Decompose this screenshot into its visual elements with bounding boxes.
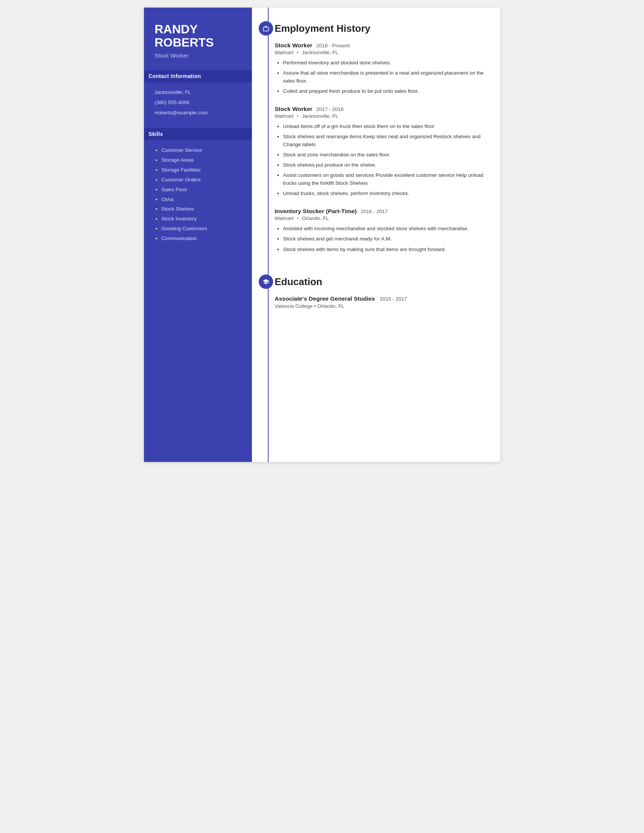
education-entry-1: Associate's Degree General Studies 2015 … [275, 295, 485, 309]
skill-communication: Communication [161, 235, 242, 242]
contact-location: Jacksonville, FL [155, 89, 242, 96]
job-3-bullet-3: Stock shelves with items by making sure … [283, 246, 485, 253]
employment-section-title: Employment History [275, 21, 485, 34]
employment-section: Employment History Stock Worker 2018 - P… [275, 21, 485, 253]
job-2-bullets: Unload items off of a gm truck then stoc… [275, 123, 485, 197]
job-2-dates: 2017 - 2018 [316, 106, 344, 112]
job-2-bullet-6: Unload trucks, stock shelves, perform in… [283, 190, 485, 197]
section-divider [275, 267, 485, 275]
skill-sales-floor: Sales Floor [161, 186, 242, 193]
skill-stock-inventory: Stock Inventory [161, 215, 242, 223]
job-3-bullet-1: Assisted with incoming merchandise and s… [283, 225, 485, 233]
skills-section-header: Skills [144, 128, 252, 140]
job-2-bullet-3: Stock and zone merchandise on the sales … [283, 151, 485, 159]
job-2-bullet-4: Stock shelves.put produce on the shelve. [283, 161, 485, 169]
contact-phone: (380) 555-4066 [155, 99, 242, 106]
skill-storage-facilities: Storage Facilities [161, 167, 242, 174]
job-1-bullet-3: Culled and prepped fresh produce to be p… [283, 87, 485, 95]
job-1-title: Stock Worker [275, 42, 312, 49]
job-2-title: Stock Worker [275, 106, 312, 113]
job-2-bullet-5: Assist customers on goods and services P… [283, 172, 485, 187]
skill-stock-shelves: Stock Shelves [161, 206, 242, 213]
job-2-bullet-1: Unload items off of a gm truck then stoc… [283, 123, 485, 130]
job-2-bullet-2: Stock shelves and rearrange items Keep i… [283, 133, 485, 148]
skill-osha: Osha [161, 196, 242, 203]
job-entry-3: Inventory Stocker (Part-Time) 2016 - 201… [275, 208, 485, 253]
job-3-bullet-2: Stock shelves,and get merchandi ready fo… [283, 235, 485, 243]
job-3-company: Walmart • Orlando, FL [275, 215, 485, 221]
skills-list: Customer Service Storage Areas Storage F… [155, 147, 242, 242]
job-2-company: Walmart • Jacksonville, FL [275, 113, 485, 119]
candidate-title: Stock Worker [155, 52, 242, 59]
job-entry-2: Stock Worker 2017 - 2018 Walmart • Jacks… [275, 106, 485, 197]
job-1-dates: 2018 - Present [316, 43, 350, 48]
skill-storage-areas: Storage Areas [161, 157, 242, 164]
job-title-line-1: Stock Worker 2018 - Present [275, 42, 485, 49]
job-1-bullet-1: Performed inventory and stocked store sh… [283, 59, 485, 67]
candidate-name: RANDY ROBERTS [155, 23, 242, 49]
contact-info: Jacksonville, FL (380) 555-4066 rroberts… [155, 89, 242, 117]
job-title-line-2: Stock Worker 2017 - 2018 [275, 106, 485, 113]
job-3-bullets: Assisted with incoming merchandise and s… [275, 225, 485, 253]
job-title-line-3: Inventory Stocker (Part-Time) 2016 - 201… [275, 208, 485, 215]
job-3-title: Inventory Stocker (Part-Time) [275, 208, 357, 215]
graduation-icon [259, 275, 273, 289]
job-1-bullets: Performed inventory and stocked store sh… [275, 59, 485, 95]
job-1-company: Walmart • Jacksonville, FL [275, 50, 485, 55]
skill-customer-service: Customer Service [161, 147, 242, 154]
skill-customer-orders: Customer Orders [161, 177, 242, 183]
edu-1-school: Valencia College • Orlando, FL [275, 303, 485, 309]
skill-greeting-customers: Greeting Customers [161, 225, 242, 233]
edu-1-degree: Associate's Degree General Studies [275, 295, 375, 302]
resume-container: RANDY ROBERTS Stock Worker Contact Infor… [144, 8, 500, 462]
edu-1-dates: 2015 - 2017 [380, 296, 407, 302]
sidebar: RANDY ROBERTS Stock Worker Contact Infor… [144, 8, 252, 462]
contact-section-header: Contact Information [144, 70, 252, 82]
contact-email: rroberts@example.com [155, 109, 242, 117]
job-1-bullet-2: Assure that all store merchandise is pre… [283, 69, 485, 85]
main-content: Employment History Stock Worker 2018 - P… [252, 8, 500, 462]
timeline-line [268, 8, 269, 462]
job-entry-1: Stock Worker 2018 - Present Walmart • Ja… [275, 42, 485, 95]
job-3-dates: 2016 - 2017 [361, 209, 388, 214]
education-section: Education Associate's Degree General Stu… [275, 275, 485, 309]
briefcase-icon [259, 21, 273, 35]
education-section-title: Education [275, 275, 485, 288]
